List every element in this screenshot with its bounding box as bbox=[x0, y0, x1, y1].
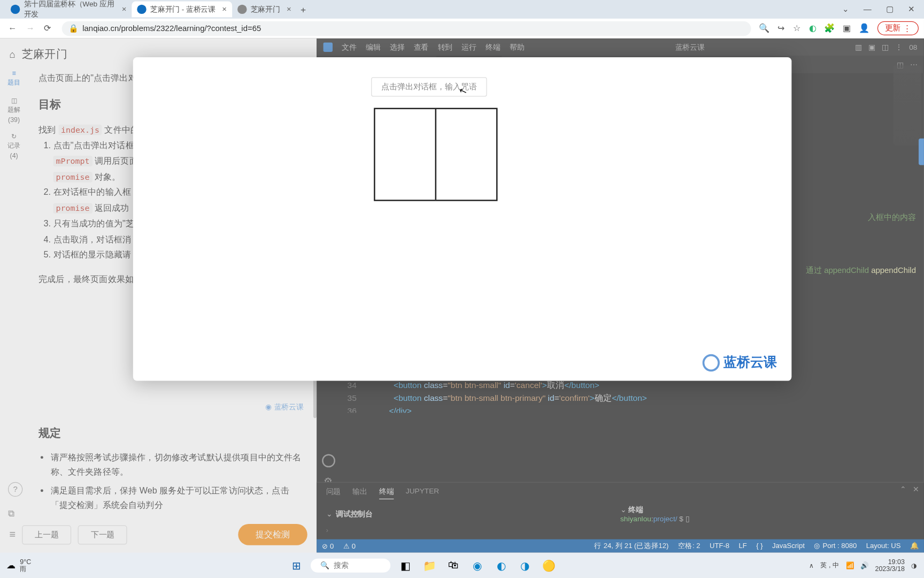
favicon-icon bbox=[237, 5, 247, 14]
panel-tab-jupyter[interactable]: JUPYTER bbox=[406, 486, 439, 499]
address-bar[interactable]: 🔒 lanqiao.cn/problems/2322/learning/?con… bbox=[62, 21, 751, 35]
close-window-button[interactable]: ✕ bbox=[908, 5, 914, 14]
task-view-icon[interactable]: ◧ bbox=[396, 556, 415, 575]
status-cursor-pos[interactable]: 行 24, 列 21 (已选择12) bbox=[594, 541, 668, 550]
close-icon[interactable]: × bbox=[122, 5, 127, 14]
rail-problem[interactable]: ≡ 题目 bbox=[7, 69, 21, 87]
notifications-icon[interactable]: ◑ bbox=[911, 561, 917, 569]
menu-edit[interactable]: 编辑 bbox=[366, 42, 380, 52]
store-icon[interactable]: 🛍 bbox=[444, 556, 463, 575]
close-icon[interactable]: × bbox=[222, 5, 227, 14]
submit-button[interactable]: 提交检测 bbox=[238, 524, 307, 545]
prev-button[interactable]: 上一题 bbox=[22, 525, 71, 544]
layout-badge: 08 bbox=[909, 43, 917, 51]
kebab-icon[interactable]: ⋮ bbox=[903, 24, 911, 33]
weather-icon[interactable]: ☁ bbox=[6, 560, 16, 571]
status-language[interactable]: JavaScript bbox=[772, 541, 805, 550]
layout-icon[interactable]: ▣ bbox=[868, 43, 875, 51]
update-button[interactable]: 更新 ⋮ bbox=[877, 21, 919, 35]
tray-overflow-icon[interactable]: ∧ bbox=[809, 561, 814, 569]
pull-handle[interactable] bbox=[919, 139, 924, 165]
list-button[interactable]: ≡ bbox=[9, 529, 16, 541]
heading-rules: 规定 bbox=[38, 423, 303, 444]
menu-run[interactable]: 运行 bbox=[461, 42, 476, 52]
rules-list: 请严格按照考试步骤操作，切勿修改考试默认提供项目中的文件名称、文件夹路径等。 满… bbox=[38, 450, 303, 513]
chrome-icon[interactable]: 🟡 bbox=[540, 556, 558, 575]
panel-tab-terminal[interactable]: 终端 bbox=[379, 486, 394, 499]
terminal-prompt[interactable]: shiyanlou:project/ $ ▯ bbox=[620, 515, 914, 523]
maximize-button[interactable]: ▢ bbox=[886, 5, 894, 14]
panel-tab-problems[interactable]: 问题 bbox=[326, 486, 341, 499]
close-icon[interactable]: × bbox=[287, 5, 291, 14]
status-layout[interactable]: Layout: US bbox=[866, 541, 901, 550]
help-button[interactable]: ? bbox=[8, 482, 22, 497]
debug-console-label: 调试控制台 bbox=[336, 509, 372, 519]
bell-icon[interactable]: 🔔 bbox=[910, 541, 919, 550]
rail-solutions[interactable]: ◫ 题解 (39) bbox=[7, 96, 21, 123]
ime-indicator[interactable]: 英 , 中 bbox=[820, 560, 839, 569]
forward-button[interactable]: → bbox=[24, 22, 37, 35]
vscode-menubar: 文件 编辑 选择 查看 转到 运行 终端 帮助 蓝桥云课 ▥ ▣ ◫ ⋮ 08 bbox=[317, 39, 924, 56]
browser-tab-0[interactable]: 第十四届蓝桥杯（Web 应用开发 × bbox=[5, 1, 132, 17]
brand-text: 蓝桥云课 bbox=[723, 354, 777, 372]
account-icon[interactable] bbox=[322, 454, 335, 467]
panel-close-icon[interactable]: ✕ bbox=[913, 485, 919, 494]
reload-button[interactable]: ⟳ bbox=[41, 22, 54, 35]
panel-max-icon[interactable]: ⌃ bbox=[900, 485, 906, 494]
menu-help[interactable]: 帮助 bbox=[510, 42, 524, 52]
back-button[interactable]: ← bbox=[5, 22, 19, 35]
weather-widget[interactable]: 9°C 雨 bbox=[20, 558, 31, 572]
rail-history[interactable]: ↻ 记录 (4) bbox=[7, 133, 21, 159]
browser-tab-1[interactable]: 芝麻开门 - 蓝桥云课 × bbox=[132, 1, 232, 17]
edge-beta-icon[interactable]: ◑ bbox=[516, 556, 535, 575]
rail-label: 记录 bbox=[7, 141, 21, 150]
status-braces[interactable]: { } bbox=[756, 541, 763, 550]
browser-tab-2[interactable]: 芝麻开门 × bbox=[232, 1, 297, 17]
share-icon[interactable]: ↪ bbox=[777, 24, 785, 34]
taskbar-clock[interactable]: 19:03 2023/3/18 bbox=[875, 558, 904, 572]
chevron-down-icon[interactable]: ⌄ bbox=[620, 505, 626, 513]
minimap[interactable] bbox=[894, 65, 921, 145]
menu-selection[interactable]: 选择 bbox=[390, 42, 404, 52]
sidepanel-icon[interactable]: ▣ bbox=[843, 24, 851, 34]
home-icon[interactable]: ⌂ bbox=[9, 49, 15, 60]
extension-icon[interactable]: ◐ bbox=[809, 24, 817, 34]
edge-icon[interactable]: ◉ bbox=[468, 556, 487, 575]
zoom-icon[interactable]: 🔍 bbox=[759, 24, 769, 34]
url-text: lanqiao.cn/problems/2322/learning/?conte… bbox=[82, 24, 261, 33]
minimize-button[interactable]: — bbox=[864, 5, 872, 14]
menu-view[interactable]: 查看 bbox=[414, 42, 428, 52]
edge-dev-icon[interactable]: ◐ bbox=[492, 556, 511, 575]
chevron-down-icon[interactable]: ⌄ bbox=[842, 5, 849, 14]
start-button[interactable]: ⊞ bbox=[287, 556, 306, 575]
volume-icon[interactable]: 🔊 bbox=[860, 561, 868, 569]
extensions-icon[interactable]: 🧩 bbox=[824, 24, 835, 34]
prompt-icon[interactable]: › bbox=[326, 526, 329, 534]
profile-icon[interactable]: 👤 bbox=[859, 24, 869, 34]
status-spaces[interactable]: 空格: 2 bbox=[678, 541, 700, 550]
explorer-icon[interactable]: 📁 bbox=[420, 556, 439, 575]
wifi-icon[interactable]: 📶 bbox=[846, 561, 854, 569]
status-errors[interactable]: ⊘ 0 bbox=[322, 542, 334, 550]
next-button[interactable]: 下一题 bbox=[78, 525, 127, 544]
status-port[interactable]: ◎ Port : 8080 bbox=[814, 541, 857, 550]
open-dialog-button[interactable]: 点击弹出对话框，输入咒语 bbox=[371, 77, 487, 96]
layout-icon[interactable]: ◫ bbox=[882, 43, 888, 51]
layout-icon[interactable]: ▥ bbox=[855, 43, 861, 51]
more-icon[interactable]: ⋮ bbox=[895, 43, 903, 51]
status-encoding[interactable]: UTF-8 bbox=[710, 541, 729, 550]
status-eol[interactable]: LF bbox=[738, 541, 746, 550]
problem-footer: ≡ 上一题 下一题 提交检测 bbox=[0, 516, 317, 552]
bottom-panel: 问题 输出 终端 JUPYTER ⌃ ✕ ⌄ 调试控制台 ⌄ 终端 bbox=[317, 482, 924, 539]
windows-taskbar: ☁ 9°C 雨 ⊞ 🔍 搜索 ◧ 📁 🛍 ◉ ◐ ◑ 🟡 ∧ 英 , 中 📶 🔊… bbox=[0, 553, 924, 578]
star-icon[interactable]: ☆ bbox=[793, 24, 801, 34]
chevron-down-icon[interactable]: ⌄ bbox=[326, 509, 332, 518]
menu-go[interactable]: 转到 bbox=[438, 42, 452, 52]
menu-terminal[interactable]: 终端 bbox=[486, 42, 500, 52]
panel-tab-output[interactable]: 输出 bbox=[352, 486, 367, 499]
menu-file[interactable]: 文件 bbox=[342, 42, 356, 52]
new-tab-button[interactable]: + bbox=[301, 4, 306, 14]
taskbar-search[interactable]: 🔍 搜索 bbox=[311, 558, 391, 572]
page-title: 芝麻开门 bbox=[22, 47, 67, 62]
status-warnings[interactable]: ⚠ 0 bbox=[343, 542, 356, 550]
